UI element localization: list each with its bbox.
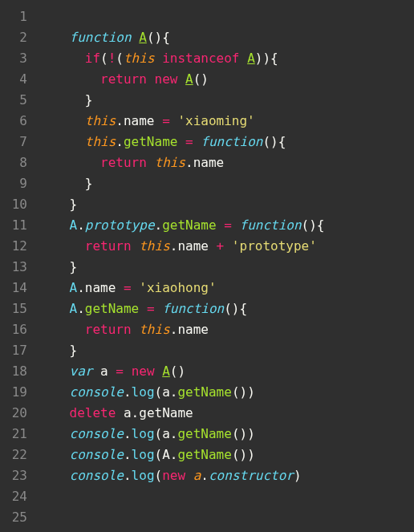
token: function xyxy=(240,217,302,233)
token: ( xyxy=(155,447,163,462)
token: this xyxy=(155,155,186,170)
line-number-gutter: 1234567891011121314151617181920212223242… xyxy=(0,0,35,532)
token: new xyxy=(132,363,155,379)
token: ( xyxy=(100,51,108,66)
token xyxy=(217,217,225,233)
token xyxy=(155,363,163,379)
token: a xyxy=(162,426,170,441)
line-number: 10 xyxy=(3,194,27,215)
line-number: 14 xyxy=(3,278,27,298)
token xyxy=(108,363,116,379)
token: . xyxy=(170,384,178,400)
code-line: console.log(new a.constructor) xyxy=(39,465,324,486)
token xyxy=(185,468,193,483)
token: } xyxy=(70,197,78,212)
line-number: 2 xyxy=(3,27,27,48)
token: name xyxy=(177,238,209,254)
token: A xyxy=(162,363,170,379)
line-number: 20 xyxy=(3,403,27,424)
token: . xyxy=(170,426,178,441)
token: prototype xyxy=(85,217,155,233)
token: getName xyxy=(85,301,139,316)
token: . xyxy=(124,426,132,441)
code-line: var a = new A() xyxy=(39,361,324,382)
token: ()) xyxy=(232,384,255,400)
token: ( xyxy=(116,51,124,66)
token xyxy=(155,51,163,66)
token xyxy=(232,217,240,233)
token: log xyxy=(132,468,155,483)
code-line: } xyxy=(39,257,324,278)
token: = xyxy=(147,301,155,316)
token: name xyxy=(177,322,209,337)
token: a xyxy=(193,468,201,483)
token: getName xyxy=(162,217,216,233)
line-number: 25 xyxy=(3,507,27,528)
token: log xyxy=(132,447,155,462)
token xyxy=(155,113,163,128)
token: name xyxy=(85,280,116,295)
token: this xyxy=(85,134,116,149)
token: A xyxy=(70,280,78,295)
code-line: if(!(this instanceof A)){ xyxy=(39,48,324,69)
token xyxy=(70,238,85,254)
token: 'xiaohong' xyxy=(139,280,216,295)
code-line: return new A() xyxy=(39,69,324,90)
token: ) xyxy=(294,468,302,483)
token: this xyxy=(139,322,170,337)
code-line: console.log(a.getName()) xyxy=(39,382,324,403)
token: getName xyxy=(177,447,231,462)
token: this xyxy=(124,51,155,66)
token: . xyxy=(170,447,178,462)
line-number: 13 xyxy=(3,257,27,278)
token: (){ xyxy=(147,30,170,45)
code-area[interactable]: function A(){ if(!(this instanceof A)){ … xyxy=(35,0,324,532)
token xyxy=(124,363,132,379)
token: = xyxy=(185,134,193,149)
token xyxy=(155,301,163,316)
token: . xyxy=(116,134,124,149)
token: getName xyxy=(177,426,231,441)
token: this xyxy=(139,238,170,254)
token xyxy=(92,363,100,379)
token: log xyxy=(132,426,155,441)
token xyxy=(209,238,217,254)
token: ! xyxy=(108,51,116,66)
token: A xyxy=(70,217,78,233)
token: . xyxy=(124,447,132,462)
token: function xyxy=(162,301,224,316)
token: = xyxy=(224,217,232,233)
code-line xyxy=(39,507,324,528)
code-line: } xyxy=(39,194,324,215)
token: return xyxy=(85,238,132,254)
token: 'xiaoming' xyxy=(177,113,254,128)
token: } xyxy=(70,176,93,191)
line-number: 1 xyxy=(3,6,27,27)
token: ()) xyxy=(232,426,255,441)
token: . xyxy=(132,405,140,420)
token: A xyxy=(70,301,78,316)
token: . xyxy=(124,384,132,400)
code-line: A.getName = function(){ xyxy=(39,298,324,319)
token xyxy=(132,322,140,337)
token xyxy=(170,113,178,128)
code-line xyxy=(39,486,324,507)
token: getName xyxy=(139,405,193,420)
token: . xyxy=(170,238,178,254)
line-number: 12 xyxy=(3,236,27,257)
token: console xyxy=(70,384,124,400)
token: . xyxy=(155,217,163,233)
token: ( xyxy=(155,468,163,483)
token: = xyxy=(124,280,132,295)
token xyxy=(147,155,155,170)
token: } xyxy=(70,343,78,358)
line-number: 21 xyxy=(3,424,27,445)
token: (){ xyxy=(262,134,286,149)
code-line: } xyxy=(39,90,324,111)
line-number: 6 xyxy=(3,111,27,132)
token xyxy=(193,134,201,149)
code-line: delete a.getName xyxy=(39,403,324,424)
token: a xyxy=(124,405,132,420)
token: delete xyxy=(70,405,116,420)
line-number: 7 xyxy=(3,132,27,152)
